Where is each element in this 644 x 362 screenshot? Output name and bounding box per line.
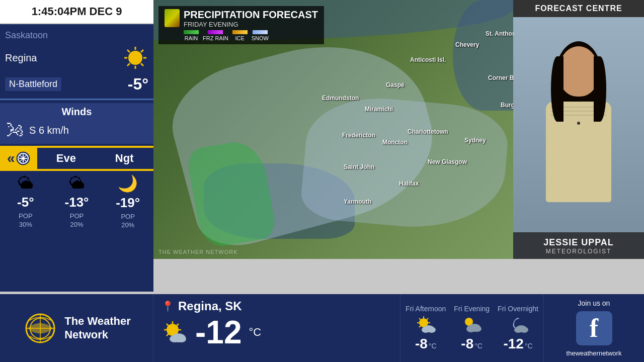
back-icon: «: [7, 150, 15, 166]
nav-bar: « Eve Ngt: [0, 146, 153, 171]
wind-icon: 🌬: [6, 120, 24, 141]
map-city-yarmouth: Yarmouth: [344, 198, 371, 205]
svg-line-6: [141, 63, 143, 66]
forecast-temp-eve: -13°: [65, 195, 89, 210]
map-watermark: THE WEATHER NETWORK: [158, 249, 238, 255]
presenter-title: METEOROLOGIST: [513, 248, 644, 255]
svg-line-8: [127, 63, 130, 66]
period-fri-afternoon: Fri Afternoon: [406, 305, 446, 352]
bottom-bar: The WeatherNetwork 📍 Regina, SK: [0, 294, 644, 362]
forecast-periods: Fri Afternoon: [400, 294, 543, 362]
svg-point-43: [428, 327, 436, 333]
forecast-now: 🌥 -5° POP30%: [0, 174, 51, 230]
forecast-pop-eve: POP20%: [70, 212, 84, 229]
svg-point-0: [128, 51, 142, 65]
map-city-fredericton: Fredericton: [342, 132, 375, 139]
city-row-saskatoon[interactable]: Saskatoon: [5, 28, 148, 43]
svg-line-37: [419, 318, 421, 320]
period-icon-fri-overnight: [508, 315, 528, 334]
map-city-halifax: Halifax: [399, 180, 419, 187]
period-unit-fri-overnight: °C: [525, 342, 533, 350]
svg-point-47: [473, 326, 481, 332]
svg-point-31: [177, 335, 186, 342]
period-name-fri-afternoon: Fri Afternoon: [406, 305, 446, 313]
join-us-text: Join us on: [578, 299, 610, 307]
sea-east: [453, 0, 513, 111]
fb-handle[interactable]: theweathernetwork: [567, 349, 622, 357]
bottom-right-social: Join us on f theweathernetwork: [543, 294, 644, 362]
twn-logo-icon: [22, 310, 58, 346]
forecast-pop-ngt: POP20%: [121, 213, 134, 230]
city-list: Saskatoon Regina N-Battleford: [0, 24, 153, 96]
fb-letter: f: [590, 315, 598, 341]
period-temp-row-fri-overnight: -12 °C: [503, 336, 532, 352]
city-temp: -5°: [128, 75, 148, 94]
forecast-pop-now: POP30%: [19, 212, 32, 229]
location-pin-icon: 📍: [162, 300, 174, 312]
winds-speed: S 6 km/h: [29, 125, 69, 136]
winds-info: 🌬 S 6 km/h: [6, 120, 147, 141]
map-city-saintjohn: Saint John: [344, 163, 374, 170]
forecast-icon-now: 🌥: [18, 174, 34, 193]
presenter-name-bar: JESSIE UPPAL METEOROLOGIST: [513, 232, 644, 259]
legend-ice: ICE: [232, 30, 248, 41]
map-area: PRECIPITATION FORECAST FRIDAY EVENING RA…: [153, 0, 513, 259]
forecast-icon-eve: 🌥: [69, 174, 85, 193]
period-temp-fri-overnight: -12: [503, 336, 523, 352]
right-panel: FORECAST CENTRE: [513, 0, 644, 259]
map-city-stanthony: St. Anthony: [486, 30, 513, 37]
precip-header: PRECIPITATION FORECAST FRIDAY EVENING RA…: [158, 6, 324, 44]
city-row-regina[interactable]: Regina: [5, 43, 148, 73]
bottom-center: 📍 Regina, SK: [153, 294, 400, 362]
map-city-newglasgow: New Glasgow: [428, 158, 467, 165]
city-name-regina: Regina: [5, 52, 37, 64]
legend-rain: RAIN: [184, 30, 199, 41]
map-city-cornerbrook: Corner Brook: [488, 74, 513, 81]
period-fri-overnight: Fri Overnight -12 °C: [498, 305, 538, 352]
precip-subtitle: FRIDAY EVENING: [184, 21, 318, 28]
forecast-ngt: 🌙 -19° POP20%: [102, 174, 153, 230]
forecast-temp-ngt: -19°: [116, 195, 140, 211]
forecast-centre-header: FORECAST CENTRE: [513, 0, 644, 17]
twn-logo-text: The WeatherNetwork: [64, 315, 131, 341]
svg-line-28: [167, 334, 169, 336]
svg-line-39: [427, 318, 428, 320]
facebook-icon[interactable]: f: [576, 311, 612, 345]
current-temp-row: -12 °C: [162, 316, 392, 348]
map-city-miramichi: Miramichi: [365, 106, 393, 113]
svg-line-7: [141, 50, 143, 52]
svg-line-27: [177, 324, 179, 326]
map-city-chevery: Chevery: [455, 41, 479, 48]
current-weather-icon: [162, 319, 189, 346]
presenter-figure: [528, 41, 629, 232]
presenter-name: JESSIE UPPAL: [513, 237, 644, 248]
period-icon-fri-afternoon: [416, 315, 436, 334]
forecast-icon-ngt: 🌙: [118, 174, 138, 193]
period-labels: Eve Ngt: [37, 148, 153, 169]
forecast-eve: 🌥 -13° POP20%: [51, 174, 103, 230]
city-name-saskatoon: Saskatoon: [5, 30, 48, 41]
map-city-charlottetown: Charlottetown: [408, 128, 448, 135]
precip-title: PRECIPITATION FORECAST: [184, 9, 318, 21]
nav-back-button[interactable]: «: [0, 150, 37, 166]
winds-title: Winds: [6, 106, 147, 118]
city-row-nbattleford[interactable]: N-Battleford -5°: [5, 73, 148, 96]
period-name-fri-overnight: Fri Overnight: [498, 305, 538, 313]
map-city-gaspe: Gaspé: [386, 81, 405, 88]
forecast-row: 🌥 -5° POP30% 🌥 -13° POP20% 🌙 -19° POP20%: [0, 171, 153, 232]
legend-snow: SNOW: [252, 30, 269, 41]
datetime-bar: 1:45:04PM DEC 9: [0, 0, 153, 24]
period-eve[interactable]: Eve: [37, 148, 96, 169]
forecast-temp-now: -5°: [17, 195, 34, 210]
bottom-left-logo: The WeatherNetwork: [0, 294, 153, 362]
period-temp-row-fri-evening: -8 °C: [461, 336, 482, 352]
presenter-area: [513, 17, 644, 232]
winds-section: Winds 🌬 S 6 km/h: [0, 103, 153, 144]
map-city-burgeo: Burgeo: [501, 102, 513, 109]
period-icon-fri-evening: [462, 315, 482, 334]
current-unit: °C: [249, 321, 262, 343]
period-temp-fri-afternoon: -8: [415, 336, 428, 352]
datetime-display: 1:45:04PM DEC 9: [32, 5, 122, 18]
map-city-edmundston: Edmundston: [322, 95, 359, 102]
period-ngt[interactable]: Ngt: [95, 148, 153, 169]
